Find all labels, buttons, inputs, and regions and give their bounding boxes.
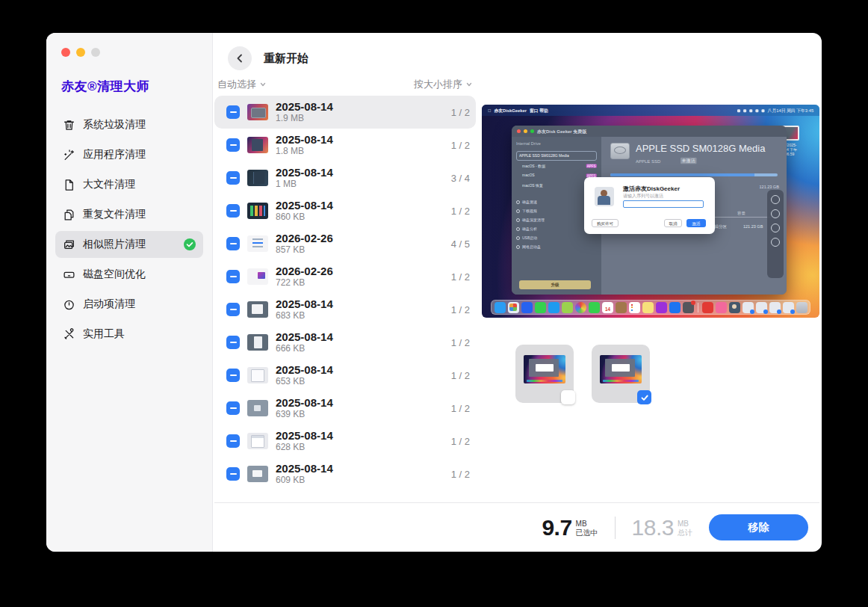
group-count: 1 / 2 [451, 206, 470, 217]
dock-app-icon [642, 302, 654, 313]
dock-app-icon [743, 302, 754, 313]
photo-group-row[interactable]: 2025-08-141.9 MB1 / 2 [214, 96, 476, 129]
usage-stat: 121.23 GB [760, 185, 779, 189]
dock-app-icon [669, 302, 681, 313]
document-icon [63, 179, 75, 191]
status-icon [755, 108, 758, 111]
sidebar-item-5[interactable]: 磁盘空间优化 [55, 261, 203, 288]
sidebar-item-0[interactable]: 系统垃圾清理 [55, 111, 203, 138]
sidebar-item-1[interactable]: 应用程序清理 [55, 141, 203, 168]
chevron-down-icon [465, 81, 473, 88]
thumbnail-checkbox-unchecked[interactable] [561, 390, 575, 404]
photo-group-row[interactable]: 2025-08-14860 KB1 / 2 [214, 194, 476, 227]
sidebar-item-4[interactable]: 相似照片清理 [55, 231, 203, 258]
close-window-button[interactable] [61, 48, 70, 57]
group-checkbox-indeterminate[interactable] [226, 105, 240, 119]
sidebar-item-label: 磁盘空间优化 [83, 268, 196, 281]
group-checkbox-indeterminate[interactable] [226, 204, 240, 218]
header: 重新开始 [213, 33, 822, 72]
auto-select-label: 自动选择 [217, 78, 256, 91]
table-cell: 121.23 GB [743, 224, 763, 229]
group-checkbox-indeterminate[interactable] [226, 434, 240, 448]
selected-photo-preview[interactable]:  赤友DiskGeeker 窗口 帮助 八月14日 周四 下午3:45 [482, 105, 819, 318]
tool-item: USB启动 [516, 233, 597, 242]
group-size: 683 KB [276, 311, 444, 321]
compare-thumbnail-1[interactable] [592, 345, 650, 403]
photo-group-row[interactable]: 2025-08-141 MB3 / 4 [214, 161, 476, 194]
sidebar: 赤友®清理大师 系统垃圾清理应用程序清理大文件清理重复文件清理相似照片清理磁盘空… [46, 33, 213, 552]
sidebar-item-7[interactable]: 实用工具 [55, 321, 203, 348]
group-thumbnail [247, 104, 268, 120]
page-title: 重新开始 [264, 52, 309, 66]
activate-button: 激活 [686, 219, 706, 227]
sort-dropdown[interactable]: 按大小排序 [414, 78, 473, 91]
group-checkbox-indeterminate[interactable] [226, 171, 240, 185]
minus-icon [230, 440, 237, 442]
photo-group-row[interactable]: 2026-02-26857 KB4 / 5 [214, 227, 476, 260]
group-size: 639 KB [276, 410, 444, 420]
group-checkbox-indeterminate[interactable] [226, 336, 240, 349]
group-checkbox-indeterminate[interactable] [226, 303, 240, 316]
drive-section-label: Internal Drive [516, 141, 560, 146]
buy-license-button: 购买许可 [592, 219, 619, 227]
group-checkbox-indeterminate[interactable] [226, 401, 240, 415]
photo-group-row[interactable]: 2026-02-26722 KB1 / 2 [214, 260, 476, 293]
group-size: 1.8 MB [276, 147, 444, 157]
photo-group-row[interactable]: 2025-08-14628 KB1 / 2 [214, 425, 476, 457]
dock-app-icon [716, 302, 727, 313]
wand-icon [63, 149, 75, 161]
selected-size-unit: MB [576, 520, 598, 529]
minimize-window-button[interactable] [76, 48, 85, 57]
group-count: 1 / 2 [451, 107, 470, 118]
group-count: 1 / 2 [451, 370, 470, 381]
sidebar-item-label: 重复文件清理 [83, 208, 196, 221]
preview-menus: 窗口 帮助 [530, 107, 548, 113]
group-checkbox-indeterminate[interactable] [226, 467, 240, 481]
sidebar-nav: 系统垃圾清理应用程序清理大文件清理重复文件清理相似照片清理磁盘空间优化启动项清理… [55, 111, 203, 348]
minus-icon [230, 473, 237, 475]
group-checkbox-indeterminate[interactable] [226, 138, 240, 152]
zoom-window-button[interactable] [91, 48, 100, 57]
sidebar-item-3[interactable]: 重复文件清理 [55, 201, 203, 228]
sidebar-item-6[interactable]: 启动项清理 [55, 291, 203, 318]
sidebar-item-2[interactable]: 大文件清理 [55, 171, 203, 198]
app-window: 赤友®清理大师 系统垃圾清理应用程序清理大文件清理重复文件清理相似照片清理磁盘空… [46, 33, 822, 552]
device-item: APPLE SSD SM0128G Media [516, 151, 597, 161]
compare-thumbnail-0[interactable] [515, 345, 574, 403]
photo-group-row[interactable]: 2025-08-14666 KB1 / 2 [214, 326, 476, 359]
close-icon [517, 129, 521, 133]
back-button[interactable] [228, 46, 252, 70]
photo-group-row[interactable]: 2025-08-14639 KB1 / 2 [214, 392, 476, 425]
check-badge-icon [184, 238, 196, 250]
auto-select-dropdown[interactable]: 自动选择 [217, 78, 267, 91]
group-thumbnail [247, 268, 268, 285]
minus-icon [230, 243, 237, 244]
main-panel: 重新开始 自动选择 按大小排序 2025-08-141.9 MB1 / 2202… [213, 33, 822, 552]
duplicate-icon [63, 209, 75, 221]
group-checkbox-indeterminate[interactable] [226, 237, 240, 250]
total-size-label: 总计 [678, 529, 692, 537]
group-date: 2026-02-26 [276, 265, 444, 277]
group-checkbox-indeterminate[interactable] [226, 369, 240, 382]
preview-clock: 八月14日 周四 下午3:45 [767, 107, 813, 113]
photo-group-row[interactable]: 2025-08-14653 KB1 / 2 [214, 359, 476, 392]
dock-app-icon [756, 302, 767, 313]
thumbnail-checkbox-checked[interactable] [637, 390, 651, 404]
group-count: 3 / 4 [451, 173, 470, 184]
tool-circle-icon [771, 224, 780, 232]
selected-size-stat: 9.7 MB 已选中 [542, 515, 598, 540]
dock-app-icon [562, 302, 573, 313]
group-size: 1.9 MB [276, 114, 444, 124]
photo-group-list: 2025-08-141.9 MB1 / 22025-08-141.8 MB1 /… [214, 96, 476, 490]
photo-group-row[interactable]: 2025-08-14609 KB1 / 2 [214, 457, 476, 490]
group-size: 860 KB [276, 212, 444, 223]
usage-bar [610, 173, 778, 176]
minus-icon [230, 375, 237, 376]
device-tag: 未激活 [681, 158, 697, 164]
photo-group-row[interactable]: 2025-08-14683 KB1 / 2 [214, 293, 476, 326]
sidebar-item-label: 启动项清理 [83, 298, 196, 311]
dock-app-icon [602, 302, 613, 313]
photo-group-row[interactable]: 2025-08-141.8 MB1 / 2 [214, 129, 476, 161]
group-checkbox-indeterminate[interactable] [226, 270, 240, 283]
remove-button[interactable]: 移除 [709, 514, 808, 540]
